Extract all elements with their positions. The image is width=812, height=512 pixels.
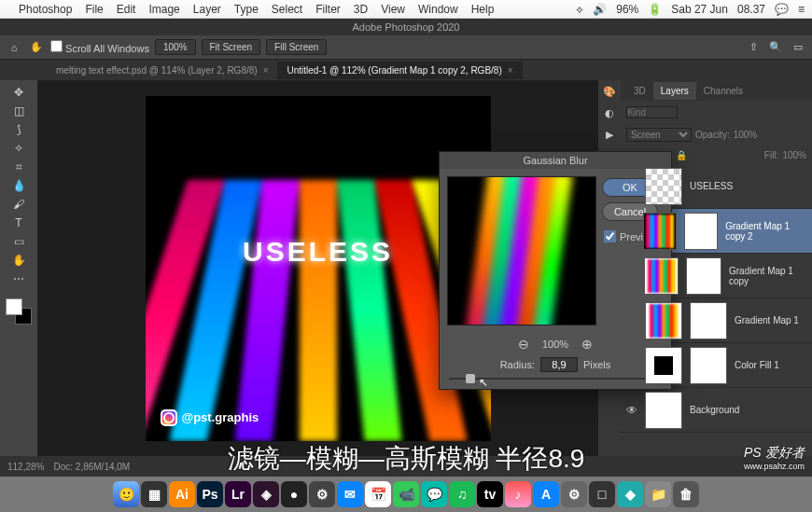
layer-mask-thumb[interactable] <box>686 257 721 295</box>
layer-name[interactable]: Gradient Map 1 copy 2 <box>725 221 810 242</box>
menu-app[interactable]: Photoshop <box>19 3 72 16</box>
zoom-out-icon[interactable]: ⊖ <box>518 337 529 352</box>
type-tool-icon[interactable]: T <box>10 214 27 231</box>
close-icon[interactable]: × <box>508 65 513 76</box>
more-tools-icon[interactable]: ⋯ <box>10 270 27 287</box>
dock-misc2[interactable]: ◆ <box>617 481 643 507</box>
layer-name[interactable]: Color Fill 1 <box>735 360 779 370</box>
scroll-all-checkbox[interactable]: Scroll All Windows <box>50 40 149 54</box>
marquee-tool-icon[interactable]: ◫ <box>10 103 27 119</box>
layer-thumb[interactable] <box>645 392 682 429</box>
close-icon[interactable]: × <box>263 65 269 76</box>
menu-3d[interactable]: 3D <box>354 3 368 16</box>
share-icon[interactable]: ⇧ <box>745 39 762 56</box>
dock-misc1[interactable]: □ <box>589 481 615 507</box>
dock-ai[interactable]: Ai <box>169 481 195 507</box>
layer-row[interactable]: Gradient Map 1 <box>621 298 812 343</box>
fg-color-swatch[interactable] <box>6 298 22 315</box>
layer-row[interactable]: Gradient Map 1 copy <box>621 254 812 298</box>
dock-app2[interactable]: ⚙ <box>309 481 335 507</box>
layer-thumb[interactable] <box>643 213 677 250</box>
fit-screen-button[interactable]: Fit Screen <box>202 39 261 55</box>
layer-thumb[interactable] <box>645 347 682 384</box>
dock-whatsapp[interactable]: 💬 <box>421 481 447 507</box>
dock-music[interactable]: ♪ <box>505 481 531 507</box>
menu-edit[interactable]: Edit <box>117 3 136 16</box>
color-panel-icon[interactable]: 🎨 <box>603 86 616 98</box>
zoom-in-icon[interactable]: ⊕ <box>581 337 593 352</box>
home-icon[interactable]: ⌂ <box>6 39 22 56</box>
lock-all-icon[interactable]: 🔒 <box>676 150 687 160</box>
history-panel-icon[interactable]: ▶ <box>606 129 613 141</box>
visibility-icon[interactable]: 👁 <box>623 404 641 417</box>
layer-search[interactable] <box>626 106 678 118</box>
menu-help[interactable]: Help <box>471 3 495 16</box>
radius-slider[interactable]: ↖ <box>440 374 671 389</box>
radius-input[interactable] <box>540 357 578 372</box>
layer-thumb[interactable] <box>645 302 682 339</box>
dock-xd[interactable]: ◈ <box>253 481 279 507</box>
menu-file[interactable]: File <box>85 3 103 16</box>
dock-app1[interactable]: ● <box>281 481 307 507</box>
move-tool-icon[interactable]: ✥ <box>10 84 27 101</box>
slider-handle[interactable] <box>466 374 475 383</box>
dock-spotify[interactable]: ♫ <box>449 481 475 507</box>
siri-icon[interactable]: ≡ <box>798 3 805 16</box>
eyedropper-tool-icon[interactable]: 💧 <box>10 177 27 194</box>
menu-image[interactable]: Image <box>148 3 179 16</box>
fill-screen-button[interactable]: Fill Screen <box>266 39 327 55</box>
blend-mode-select[interactable]: Screen <box>626 128 692 142</box>
dock-finder[interactable]: 🙂 <box>113 481 139 507</box>
dock-facetime[interactable]: 📹 <box>393 481 419 507</box>
layer-name[interactable]: USELESS <box>690 181 733 191</box>
wand-tool-icon[interactable]: ✧ <box>10 140 27 157</box>
menu-filter[interactable]: Filter <box>315 3 341 16</box>
layer-row[interactable]: 👁Gradient Map 1 copy 2 <box>621 209 812 254</box>
volume-icon[interactable]: 🔊 <box>593 3 607 16</box>
dock-launchpad[interactable]: ▦ <box>141 481 167 507</box>
menu-type[interactable]: Type <box>234 3 259 16</box>
opacity-value[interactable]: 100% <box>734 130 758 140</box>
layer-thumb[interactable] <box>645 168 682 205</box>
crop-tool-icon[interactable]: ⌗ <box>10 159 27 175</box>
tab-melting[interactable]: melting text effect.psd @ 114% (Layer 2,… <box>47 62 277 79</box>
menu-layer[interactable]: Layer <box>193 3 221 16</box>
layer-mask-thumb[interactable] <box>690 302 727 339</box>
blur-preview[interactable] <box>447 176 596 325</box>
dock-trash[interactable]: 🗑 <box>673 481 699 507</box>
layer-mask-thumb[interactable] <box>690 347 727 384</box>
layer-mask-thumb[interactable] <box>684 213 718 250</box>
layer-name[interactable]: Gradient Map 1 <box>735 315 799 325</box>
layer-row[interactable]: 👁Color Fill 1 <box>621 343 812 388</box>
dock-folder[interactable]: 📁 <box>645 481 671 507</box>
dock-calendar[interactable]: 📅 <box>365 481 391 507</box>
workspace-icon[interactable]: ▭ <box>790 39 806 56</box>
tab-3d[interactable]: 3D <box>626 82 653 100</box>
tab-layers[interactable]: Layers <box>653 82 696 100</box>
color-swatches[interactable] <box>6 298 32 325</box>
tab-untitled[interactable]: Untitled-1 @ 112% (Gradient Map 1 copy 2… <box>277 62 522 79</box>
brush-tool-icon[interactable]: 🖌 <box>10 196 27 213</box>
layer-row[interactable]: 👁Background <box>621 388 812 433</box>
notification-icon[interactable]: 💬 <box>775 3 789 16</box>
dock-lr[interactable]: Lr <box>225 481 251 507</box>
dock-ps[interactable]: Ps <box>197 481 223 507</box>
dock-prefs[interactable]: ⚙ <box>561 481 587 507</box>
layer-row[interactable]: 👁USELESS <box>621 164 812 209</box>
status-zoom[interactable]: 112,28% <box>7 462 44 472</box>
dock-mail[interactable]: ✉ <box>337 481 363 507</box>
lasso-tool-icon[interactable]: ⟆ <box>10 121 27 138</box>
dock-appstore[interactable]: A <box>533 481 559 507</box>
zoom-100-button[interactable]: 100% <box>155 39 196 55</box>
layer-thumb[interactable] <box>644 257 679 295</box>
menu-select[interactable]: Select <box>272 3 302 16</box>
wifi-icon[interactable]: ⟡ <box>576 3 583 16</box>
menu-window[interactable]: Window <box>418 3 458 16</box>
fill-value[interactable]: 100% <box>782 150 806 160</box>
layer-name[interactable]: Background <box>690 405 739 415</box>
adjust-panel-icon[interactable]: ◐ <box>605 107 614 119</box>
dock-tv[interactable]: tv <box>477 481 503 507</box>
menu-view[interactable]: View <box>381 3 405 16</box>
search-icon[interactable]: 🔍 <box>767 39 784 56</box>
shape-tool-icon[interactable]: ▭ <box>10 233 27 250</box>
